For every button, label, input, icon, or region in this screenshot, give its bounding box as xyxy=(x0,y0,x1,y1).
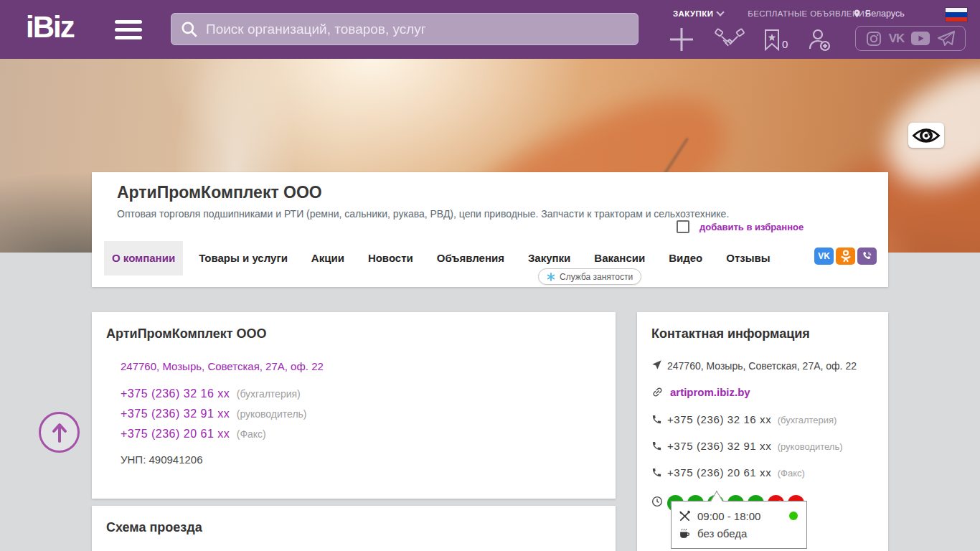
tab-news[interactable]: Новости xyxy=(360,241,421,276)
add-company-button[interactable] xyxy=(667,25,696,54)
instagram-icon[interactable] xyxy=(865,30,882,47)
top-nav: ЗАКУПКИ БЕСПЛАТНЫЕ ОБЪЯВЛЕНИЯ xyxy=(673,9,871,18)
working-hours-row: 09:00 - 18:00 xyxy=(679,507,799,524)
contact-info-card: Контактная информация 247760, Мозырь, Со… xyxy=(637,312,888,551)
contact-address-row: 247760, Мозырь, Советская, 27А, оф. 22 xyxy=(651,359,874,372)
employment-service-badge[interactable]: Служба занятости xyxy=(538,268,641,285)
employment-service-icon xyxy=(547,273,555,281)
contact-card-title: Контактная информация xyxy=(651,326,874,342)
company-tabs: О компании Товары и услуги Акции Новости… xyxy=(104,241,786,276)
eye-icon xyxy=(912,126,941,145)
contact-phone-label: (бухгалтерия) xyxy=(778,415,837,425)
ibiz-logo[interactable]: iBiz xyxy=(26,10,74,44)
navigation-arrow-icon xyxy=(651,359,667,370)
phone-list: +375 (236) 32 16 xx (бухгалтерия) +375 (… xyxy=(121,384,601,444)
schedule-tooltip: 09:00 - 18:00 без обеда xyxy=(671,501,807,549)
login-button[interactable] xyxy=(806,27,831,52)
phone-icon xyxy=(651,440,667,451)
lunch-row: без обеда xyxy=(679,524,799,542)
company-website-link[interactable]: artiprom.ibiz.by xyxy=(670,385,750,398)
header-icons: 0 xyxy=(667,24,849,55)
chevron-down-icon xyxy=(717,8,725,16)
open-now-indicator xyxy=(789,512,798,520)
plus-icon xyxy=(667,25,696,54)
language-flag-russia[interactable] xyxy=(946,8,967,22)
accessibility-eye-button[interactable] xyxy=(908,123,944,148)
location-pin-icon xyxy=(852,8,862,19)
handshake-icon xyxy=(715,27,745,52)
favorites-button[interactable]: 0 xyxy=(763,29,788,51)
favorite-checkbox[interactable] xyxy=(677,220,689,233)
header: iBiz ЗАКУПКИ БЕСПЛАТНЫЕ ОБЪЯВЛЕНИЯ Белар… xyxy=(0,0,980,59)
user-add-icon xyxy=(806,27,831,52)
contact-phone-row: +375 (236) 32 16 xx (бухгалтерия) xyxy=(651,413,874,426)
map-card: Схема проезда xyxy=(92,506,616,551)
phone-row: +375 (236) 32 16 xx (бухгалтерия) xyxy=(121,384,601,404)
search-input[interactable] xyxy=(199,14,638,44)
link-icon xyxy=(651,385,667,398)
search-bar[interactable] xyxy=(171,13,639,45)
unp-number: УНП: 490941206 xyxy=(121,453,601,466)
tab-reviews[interactable]: Отзывы xyxy=(718,241,778,276)
clock-icon xyxy=(651,495,667,507)
phone-label: (руководитель) xyxy=(237,408,307,420)
contact-phone-label: (Факс) xyxy=(778,468,805,479)
zakupki-menu[interactable]: ЗАКУПКИ xyxy=(673,9,723,18)
phone-icon xyxy=(651,413,667,425)
page: iBiz ЗАКУПКИ БЕСПЛАТНЫЕ ОБЪЯВЛЕНИЯ Белар… xyxy=(0,0,980,551)
phone-row: +375 (236) 20 61 xx (Факс) xyxy=(121,424,601,444)
ok-icon xyxy=(840,250,852,263)
contact-website-row: artiprom.ibiz.by xyxy=(651,385,874,398)
phone-label: (бухгалтерия) xyxy=(237,388,301,400)
map-card-title: Схема проезда xyxy=(106,520,601,535)
contact-phone[interactable]: +375 (236) 32 91 xx xyxy=(667,440,771,452)
phone-icon xyxy=(651,466,667,478)
tab-promos[interactable]: Акции xyxy=(303,241,352,276)
header-social-links: VK xyxy=(855,26,966,51)
coffee-cup-icon xyxy=(679,527,691,540)
page-title: АртиПромКомплект ООО xyxy=(117,183,888,202)
working-hours: 09:00 - 18:00 xyxy=(697,510,760,522)
phone-link[interactable]: +375 (236) 32 16 xx xyxy=(121,387,230,400)
about-card-title: АртиПромКомплект ООО xyxy=(106,326,601,342)
contact-phone-label: (руководитель) xyxy=(778,441,843,452)
about-company-card: АртиПромКомплект ООО 247760, Мозырь, Сов… xyxy=(92,312,616,499)
contact-address: 247760, Мозырь, Советская, 27А, оф. 22 xyxy=(667,359,857,372)
phone-row: +375 (236) 32 91 xx (руководитель) xyxy=(121,404,601,424)
phone-link[interactable]: +375 (236) 32 91 xx xyxy=(121,408,230,420)
company-social-buttons: VK xyxy=(812,248,877,265)
contact-phone-row: +375 (236) 20 61 xx (Факс) xyxy=(651,466,874,479)
bookmark-star-icon xyxy=(763,29,781,51)
lunch-info: без обеда xyxy=(697,527,747,540)
company-description: Оптовая торговля подшипниками и РТИ (рем… xyxy=(117,208,888,220)
arrow-up-icon xyxy=(50,422,69,443)
add-to-favorites-link[interactable]: добавить в избранное xyxy=(699,222,804,232)
youtube-icon[interactable] xyxy=(910,31,930,46)
tab-ads[interactable]: Объявления xyxy=(429,241,512,276)
partners-button[interactable] xyxy=(715,27,745,52)
country-selector[interactable]: Беларусь xyxy=(852,8,905,19)
viber-phone-icon xyxy=(862,250,873,262)
company-address-link[interactable]: 247760, Мозырь, Советская, 27А, оф. 22 xyxy=(121,360,601,372)
tab-about[interactable]: О компании xyxy=(104,241,183,276)
back-to-top-button[interactable] xyxy=(39,412,80,453)
favorites-count: 0 xyxy=(782,38,788,50)
vk-icon[interactable]: VK xyxy=(889,32,905,46)
viber-button[interactable] xyxy=(857,248,877,265)
contact-phone[interactable]: +375 (236) 20 61 xx xyxy=(667,466,771,479)
company-header-card: АртиПромКомплект ООО Оптовая торговля по… xyxy=(92,172,888,287)
tools-icon xyxy=(679,510,691,522)
hamburger-menu-icon[interactable] xyxy=(115,20,142,40)
tab-video[interactable]: Видео xyxy=(661,241,710,276)
telegram-icon[interactable] xyxy=(937,30,956,47)
vk-share-button[interactable]: VK xyxy=(814,248,834,265)
phone-label: (Факс) xyxy=(237,428,266,440)
contact-phone-row: +375 (236) 32 91 xx (руководитель) xyxy=(651,440,874,453)
search-icon xyxy=(180,20,199,39)
contact-phone[interactable]: +375 (236) 32 16 xx xyxy=(667,413,771,425)
phone-link[interactable]: +375 (236) 20 61 xx xyxy=(121,428,230,440)
odnoklassniki-button[interactable] xyxy=(836,248,855,265)
tab-products[interactable]: Товары и услуги xyxy=(191,241,296,276)
